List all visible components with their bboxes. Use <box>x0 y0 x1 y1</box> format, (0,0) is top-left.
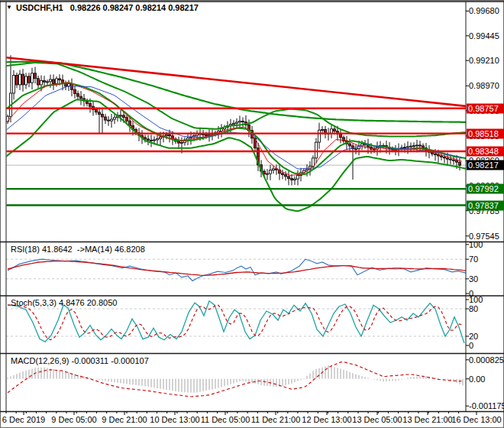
candle-body <box>59 79 61 80</box>
candle-body <box>334 129 336 131</box>
candle-body <box>282 173 284 175</box>
candle-body <box>13 76 15 93</box>
candle-body <box>53 79 55 84</box>
trend-line[interactable] <box>6 57 467 106</box>
candle-body <box>416 145 418 146</box>
candle-body <box>34 73 37 79</box>
candle-body <box>456 160 458 162</box>
candle-body <box>150 140 153 141</box>
candle-body <box>99 112 101 115</box>
candle-body <box>438 155 440 156</box>
candle-body <box>291 179 293 180</box>
candle-body <box>65 84 67 86</box>
candle-body <box>108 120 110 121</box>
candle-body <box>373 149 376 150</box>
candle-body <box>126 118 128 122</box>
candle-body <box>312 158 315 167</box>
candle-body <box>37 79 40 85</box>
candle-body <box>447 158 449 159</box>
candle-body <box>233 123 235 124</box>
rsi-panel <box>8 259 466 280</box>
candle-body <box>147 139 150 140</box>
candle-body <box>239 122 241 122</box>
candle-body <box>22 74 24 85</box>
candle-body <box>413 146 415 147</box>
candle-body <box>31 73 34 83</box>
candle-body <box>453 160 455 160</box>
candle-body <box>56 79 58 84</box>
candle-body <box>111 119 113 121</box>
price-panel <box>6 55 467 211</box>
candle-body <box>80 96 82 99</box>
candle-body <box>16 76 18 85</box>
candle-body <box>270 170 272 174</box>
candle-body <box>181 142 183 143</box>
chart-canvas[interactable] <box>0 0 504 428</box>
candle-body <box>404 148 406 148</box>
candle-body <box>44 80 46 82</box>
candle-body <box>71 84 73 90</box>
candle-body <box>95 109 98 112</box>
candle-body <box>221 129 223 131</box>
candle-body <box>441 156 443 157</box>
candle-body <box>178 141 180 143</box>
candle-body <box>242 122 244 122</box>
candle-body <box>285 175 287 177</box>
candle-body <box>157 139 159 140</box>
candle-body <box>288 177 290 179</box>
candle-body <box>166 135 168 135</box>
candle-body <box>74 89 76 93</box>
macd-signal-line <box>8 362 463 397</box>
mt4-chart-window: ▼ USDCHF,H10.98226 0.98247 0.98214 0.982… <box>0 0 504 428</box>
chart-frame <box>0 2 504 415</box>
candle-body <box>40 80 43 85</box>
candle-body <box>160 138 162 139</box>
candle-body <box>435 154 437 154</box>
candle-body <box>77 94 79 97</box>
candle-body <box>410 146 412 147</box>
candle-body <box>114 118 116 119</box>
candle-body <box>169 135 171 135</box>
candle-body <box>28 76 31 83</box>
candle-body <box>105 117 107 120</box>
candle-body <box>50 79 52 82</box>
rsi-line <box>8 259 466 280</box>
candle-body <box>294 179 296 180</box>
macd-panel <box>8 362 463 397</box>
candle-body <box>19 74 21 85</box>
candle-body <box>267 173 269 174</box>
candle-body <box>450 159 452 160</box>
bb-lower-line <box>6 99 467 211</box>
candle-body <box>459 162 461 165</box>
candle-body <box>205 135 208 135</box>
candle-body <box>25 76 27 85</box>
stoch-k-line <box>8 301 464 343</box>
candle-body <box>123 115 125 118</box>
candle-body <box>273 169 275 170</box>
candle-body <box>153 140 156 141</box>
candle-body <box>318 130 321 142</box>
candle-body <box>407 147 409 148</box>
candle-body <box>102 115 104 117</box>
candle-body <box>47 82 49 83</box>
candle-body <box>236 122 238 123</box>
candle-body <box>120 115 122 116</box>
candle-body <box>355 149 357 150</box>
candle-body <box>419 145 422 146</box>
candle-body <box>349 144 351 146</box>
candle-body <box>315 142 318 158</box>
candle-body <box>444 157 446 157</box>
candle-body <box>340 134 342 138</box>
candle-body <box>89 103 92 106</box>
candle-body <box>321 130 324 131</box>
stoch-panel <box>8 301 464 343</box>
candle-body <box>297 176 299 180</box>
